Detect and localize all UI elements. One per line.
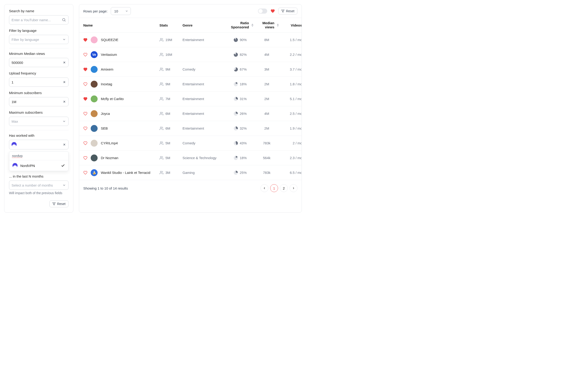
clear-icon[interactable]: × xyxy=(63,99,66,104)
ratio-value: 18% xyxy=(240,82,247,86)
table-row[interactable]: SEB 6M Entertainment 32% 2M 1.9 / month xyxy=(79,121,302,136)
users-icon xyxy=(159,82,164,86)
max-subs-select[interactable]: Max xyxy=(9,117,69,126)
pagination-page-1[interactable]: 1 xyxy=(270,184,278,192)
youtuber-name: Amixem xyxy=(101,67,113,71)
toolbar-reset-button[interactable]: Reset xyxy=(278,8,297,15)
language-select[interactable]: Filter by language xyxy=(9,35,69,44)
avatar xyxy=(91,155,97,161)
upload-freq-input[interactable] xyxy=(12,80,63,84)
stats-cell: 7M xyxy=(159,97,183,101)
avatar xyxy=(91,66,97,73)
svg-point-10 xyxy=(160,127,162,128)
favorite-heart-icon[interactable] xyxy=(83,156,87,160)
min-median-input[interactable] xyxy=(12,61,63,65)
favorite-heart-icon[interactable] xyxy=(83,126,87,131)
videos-cell: 1.8 / month xyxy=(279,82,302,86)
clear-icon[interactable]: × xyxy=(63,142,66,147)
favorite-heart-icon[interactable] xyxy=(83,67,87,71)
ratio-cell: 90% xyxy=(226,38,254,42)
min-median-input-wrap: × xyxy=(9,58,69,67)
median-cell: 8M xyxy=(254,38,279,42)
col-ratio[interactable]: Ratio Sponsored xyxy=(226,21,254,29)
table-row[interactable]: CYRILmp4 5M Comedy 43% 783k 2 / month xyxy=(79,136,302,151)
col-median[interactable]: Median views xyxy=(254,21,279,29)
ratio-value: 31% xyxy=(240,97,247,101)
search-input[interactable] xyxy=(12,18,60,22)
reset-label: Reset xyxy=(57,202,66,206)
table-row[interactable]: Mcfly et Carlito 7M Entertainment 31% 2M… xyxy=(79,92,302,106)
rows-per-page-label: Rows per page: xyxy=(83,9,108,13)
favorite-heart-icon[interactable] xyxy=(83,112,87,116)
svg-point-11 xyxy=(160,141,162,143)
table-row[interactable]: Inoxtag 9M Entertainment 18% 2M 1.8 / mo… xyxy=(79,77,302,92)
worked-with-label: Has worked with xyxy=(9,134,69,138)
videos-cell: 1.5 / month xyxy=(279,38,302,42)
favorite-heart-icon[interactable] xyxy=(83,171,87,175)
table-row[interactable]: Dr Nozman 5M Science & Technology 18% 56… xyxy=(79,151,302,165)
name-cell: SEB xyxy=(83,125,159,132)
subscriber-count: 6M xyxy=(166,112,170,115)
stats-cell: 9M xyxy=(159,67,183,71)
ratio-value: 32% xyxy=(240,126,247,130)
favorite-heart-icon[interactable] xyxy=(83,38,87,42)
brand-logo-icon xyxy=(12,163,18,168)
median-cell: 2M xyxy=(254,126,279,130)
pagination-next[interactable] xyxy=(289,184,297,192)
svg-marker-2 xyxy=(53,203,56,205)
favorite-heart-icon[interactable] xyxy=(83,97,87,101)
brand-option-label: NordVPN xyxy=(20,164,35,168)
svg-point-4 xyxy=(160,38,162,40)
favorite-heart-icon[interactable] xyxy=(83,82,87,86)
brand-search-value: nordvp xyxy=(12,154,23,158)
heart-icon[interactable] xyxy=(270,9,275,13)
ratio-value: 18% xyxy=(240,156,247,160)
table-row[interactable]: SQUEEZIE 19M Entertainment 90% 8M 1.5 / … xyxy=(79,32,302,47)
table-header: Name Stats Genre Ratio Sponsored Median … xyxy=(79,18,302,32)
svg-point-12 xyxy=(160,156,162,158)
clear-icon[interactable]: × xyxy=(63,80,66,85)
svg-point-7 xyxy=(160,83,162,84)
max-subs-placeholder: Max xyxy=(12,119,62,123)
name-cell: Joyca xyxy=(83,110,159,117)
pie-icon xyxy=(234,82,238,86)
brand-option-nordvpn[interactable]: NordVPN xyxy=(9,160,68,171)
table-row[interactable]: 🍌 Wankil Studio - Laink et Terracid 3M G… xyxy=(79,165,302,180)
pagination-prev[interactable] xyxy=(261,184,268,192)
favorite-heart-icon[interactable] xyxy=(83,141,87,145)
videos-cell: 3.7 / month xyxy=(279,67,302,71)
table-row[interactable]: Joyca 6M Entertainment 26% 4M 2.5 / mont… xyxy=(79,106,302,121)
chevron-down-icon xyxy=(125,9,128,13)
sidebar-reset-button[interactable]: Reset xyxy=(49,200,69,207)
genre-cell: Science & Technology xyxy=(183,156,226,160)
subscriber-count: 5M xyxy=(166,141,170,145)
users-icon xyxy=(159,171,164,175)
users-icon xyxy=(159,53,164,57)
favorite-heart-icon[interactable] xyxy=(83,53,87,57)
users-icon xyxy=(159,156,164,160)
favorites-toggle[interactable] xyxy=(258,8,267,14)
table-row[interactable]: Ve Veritasium 16M 82% 4M 2.2 / month xyxy=(79,47,302,62)
brand-logo-icon xyxy=(12,142,17,147)
name-cell: Inoxtag xyxy=(83,81,159,88)
min-subs-input[interactable] xyxy=(12,100,63,104)
rows-per-page-select[interactable]: 10 xyxy=(111,7,131,15)
avatar: 🍌 xyxy=(91,169,97,176)
genre-cell: Comedy xyxy=(183,67,226,71)
table-row[interactable]: Amixem 9M Comedy 67% 3M 3.7 / month xyxy=(79,62,302,77)
genre-cell: Entertainment xyxy=(183,38,226,42)
clear-icon[interactable]: × xyxy=(63,60,66,65)
svg-point-8 xyxy=(160,97,162,99)
pagination-page-2[interactable]: 2 xyxy=(280,184,288,192)
pagination-info: Showing 1 to 10 of 14 results xyxy=(83,186,259,190)
worked-with-select[interactable]: × xyxy=(9,140,69,149)
brand-search-text[interactable]: nordvp xyxy=(9,152,68,160)
pie-icon xyxy=(234,53,238,57)
col-videos[interactable]: Videos xyxy=(279,23,302,27)
subscriber-count: 19M xyxy=(166,38,172,42)
stats-cell: 9M xyxy=(159,82,183,86)
pie-icon xyxy=(234,112,238,116)
last-n-select[interactable]: Select a number of months xyxy=(9,181,69,190)
users-icon xyxy=(159,141,164,145)
users-icon xyxy=(159,67,164,71)
